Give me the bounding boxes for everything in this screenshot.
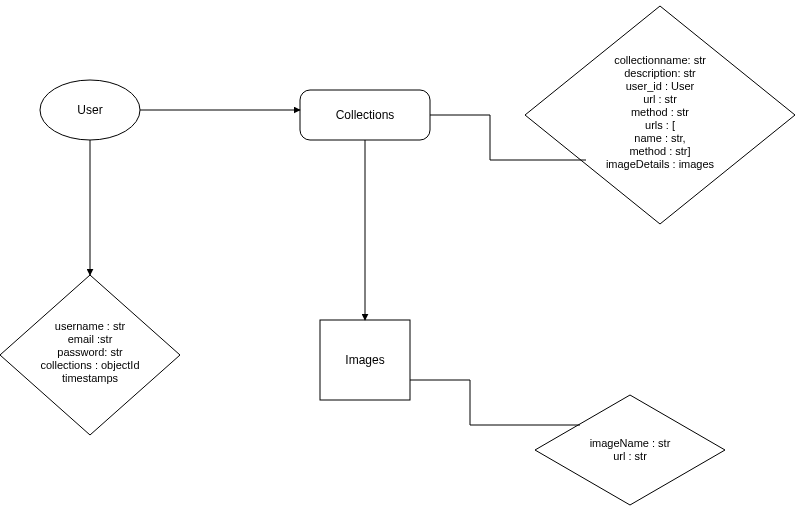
svg-text:user_id : User: user_id : User bbox=[626, 80, 695, 92]
svg-text:url : str: url : str bbox=[613, 450, 647, 462]
attrs-images: imageName : str url : str bbox=[535, 395, 725, 505]
svg-text:username : str: username : str bbox=[55, 320, 126, 332]
attrs-user: username : str email :str password: str … bbox=[0, 275, 180, 435]
svg-text:url : str: url : str bbox=[643, 93, 677, 105]
svg-text:method : str]: method : str] bbox=[629, 145, 690, 157]
svg-text:timestamps: timestamps bbox=[62, 372, 119, 384]
svg-text:password: str: password: str bbox=[57, 346, 123, 358]
svg-text:imageDetails : images: imageDetails : images bbox=[606, 158, 715, 170]
edge-images-to-imagesattrs bbox=[410, 380, 580, 425]
svg-text:name : str,: name : str, bbox=[634, 132, 685, 144]
entity-collections: Collections bbox=[300, 90, 430, 140]
entity-images-label: Images bbox=[345, 353, 384, 367]
er-diagram: User Collections Images username : str e… bbox=[0, 0, 796, 511]
entity-collections-label: Collections bbox=[336, 108, 395, 122]
svg-text:method : str: method : str bbox=[631, 106, 689, 118]
svg-text:urls : [: urls : [ bbox=[645, 119, 675, 131]
entity-images: Images bbox=[320, 320, 410, 400]
svg-text:collectionname: str: collectionname: str bbox=[614, 54, 706, 66]
svg-text:description: str: description: str bbox=[624, 67, 696, 79]
svg-text:email :str: email :str bbox=[68, 333, 113, 345]
entity-user: User bbox=[40, 80, 140, 140]
entity-user-label: User bbox=[77, 103, 102, 117]
attrs-collections: collectionname: str description: str use… bbox=[525, 6, 795, 224]
svg-text:collections : objectId: collections : objectId bbox=[40, 359, 139, 371]
svg-text:imageName : str: imageName : str bbox=[590, 437, 671, 449]
